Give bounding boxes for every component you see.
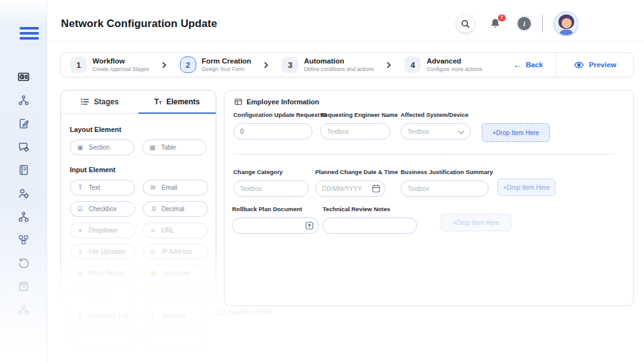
element-pill-ms-dropdown[interactable]: ≣ MS Dropdown [143, 287, 208, 302]
hamburger-menu-icon[interactable] [19, 27, 39, 43]
element-pill-file-uploader[interactable]: ↥ File Uploader [70, 244, 135, 260]
user-settings-icon[interactable] [18, 187, 30, 199]
drop-zone-1[interactable]: +Drop Item Here [482, 123, 550, 142]
modules-icon[interactable] [18, 233, 30, 246]
input-element-grid: T Text ✉ Email ☑ Checkbox .0 Decimal ▾ D… [70, 180, 207, 345]
element-pill-textarea[interactable]: ¶ Textarea [143, 308, 208, 324]
radio-icon: ◉ [77, 270, 84, 277]
chat-settings-icon[interactable] [18, 140, 30, 153]
header-actions: 7 i [457, 11, 644, 36]
step-automation[interactable]: 3 Automation Define conditions and actio… [282, 57, 374, 73]
element-pill-number[interactable]: # Number [70, 287, 135, 302]
element-pill-label: Dropdown [89, 227, 118, 234]
step-workflow[interactable]: 1 Workflow Create Approval Stages [70, 57, 149, 73]
element-pill-label: Decimal [162, 206, 184, 212]
element-pill-text[interactable]: T Text [70, 180, 135, 195]
network-icon[interactable] [18, 210, 30, 222]
field-business-justification: Business Justification Summary [401, 168, 489, 197]
field-change-category: Change Category [233, 168, 309, 197]
reports-icon[interactable] [18, 163, 30, 176]
email-icon: ✉ [150, 184, 157, 191]
element-pill-checkbox[interactable]: ☑ Checkbox [70, 201, 135, 217]
element-pill-label: Section [89, 144, 109, 151]
step-form-creation[interactable]: 2 Form Creation Design Your Form [180, 57, 252, 73]
element-pill-checkbox-list[interactable]: ☰ Checkbox List [70, 308, 135, 324]
row-divider [233, 154, 614, 155]
step-number: 1 [70, 57, 87, 73]
step-label: Automation [304, 57, 374, 65]
element-pill-label: Email [162, 184, 177, 191]
field-label: Rollback Plan Document [232, 206, 319, 212]
avatar-body [559, 30, 574, 36]
layout-element-heading: Layout Element [70, 126, 207, 133]
field-technical-review-notes: Technical Review Notes [323, 206, 417, 234]
ghost-next-section: Inactive Fields [218, 309, 272, 315]
technical-review-notes-input[interactable] [323, 217, 417, 234]
tab-stages[interactable]: Stages [61, 90, 138, 114]
element-pill-label: Checkbox List [89, 312, 128, 319]
header-divider [542, 15, 543, 32]
preview-button[interactable]: Preview [556, 53, 633, 77]
field-config-update-request-id: Configuration Update Request ID [233, 111, 313, 140]
form-editor-icon[interactable] [18, 117, 30, 129]
element-pill-dropdown[interactable]: ▾ Dropdown [70, 222, 135, 238]
notifications-button[interactable]: 7 [489, 18, 501, 30]
element-pill-label: MS Dropdown [162, 291, 201, 298]
info-button[interactable]: i [518, 17, 531, 30]
field-label: Planned Change Date & Time [315, 168, 386, 175]
layout-element-grid: ▣ Section ▦ Table [70, 140, 207, 155]
element-pill-faded[interactable] [70, 329, 135, 345]
element-pill-label: Number [89, 291, 111, 298]
user-avatar[interactable] [553, 11, 579, 36]
drop-zone-3[interactable]: +Drop Item Here [441, 214, 511, 231]
step-advanced[interactable]: 4 Advanced Configure more actions. [404, 57, 483, 73]
history-icon[interactable] [18, 256, 30, 269]
element-pill-decimal[interactable]: .0 Decimal [143, 201, 208, 217]
chevron-right-icon [262, 62, 269, 68]
page-title: Network Configuration Update [61, 18, 217, 30]
element-pill-table[interactable]: ▦ Table [142, 140, 207, 155]
signature-icon: ✍ [150, 270, 157, 277]
rollback-plan-file-input[interactable] [232, 217, 319, 234]
drop-zone-label: +Drop Item Here [503, 184, 550, 191]
archive-icon[interactable] [18, 280, 30, 292]
element-pill-label: Textarea [162, 312, 186, 319]
section-icon: ▣ [77, 144, 84, 151]
back-button[interactable]: ← Back [501, 60, 556, 69]
element-pill-email[interactable]: ✉ Email [143, 180, 208, 195]
text-icon: T [77, 184, 84, 191]
preview-button-label: Preview [589, 61, 616, 69]
workflow-icon[interactable] [18, 94, 30, 106]
element-pill-ip-address[interactable]: ◎ IP Address [143, 244, 208, 260]
requesting-engineer-name-input[interactable] [320, 123, 391, 140]
drop-zone-2[interactable]: +Drop Item Here [497, 178, 555, 196]
input-element-heading: Input Element [70, 166, 207, 173]
field-planned-change-datetime: Planned Change Date & Time [315, 168, 386, 197]
step-label: Form Creation [202, 57, 252, 65]
element-pill-faded[interactable] [143, 329, 208, 345]
tab-elements[interactable]: TT Elements [138, 90, 216, 114]
element-pill-signature[interactable]: ✍ Signature [143, 265, 208, 281]
step-description: Create Approval Stages [92, 66, 149, 72]
checkbox-icon: ☑ [77, 206, 84, 212]
step-number: 2 [180, 57, 196, 73]
element-pill-url[interactable]: ∞ URL [143, 222, 208, 238]
file-upload-icon: ↥ [77, 248, 84, 255]
element-pill-radio-button[interactable]: ◉ Radio Button [70, 265, 135, 281]
back-button-label: Back [526, 61, 543, 69]
drop-zone-label: +Drop Item Here [453, 219, 499, 226]
change-category-input[interactable] [233, 180, 309, 197]
field-label: Business Justification Summary [401, 168, 489, 175]
config-update-request-id-input[interactable] [233, 123, 313, 140]
hierarchy-icon[interactable] [18, 303, 30, 315]
avatar-face [562, 18, 572, 28]
element-pill-section[interactable]: ▣ Section [70, 140, 135, 155]
planned-change-date-input[interactable] [315, 180, 386, 197]
chevron-right-icon [160, 62, 166, 68]
affected-system-device-select[interactable] [401, 123, 471, 140]
business-justification-input[interactable] [401, 180, 489, 197]
field-affected-system-device: Affected System/Device [401, 111, 471, 140]
step-label: Advanced [426, 57, 483, 65]
search-button[interactable] [457, 15, 474, 33]
dashboard-icon[interactable] [18, 70, 30, 83]
